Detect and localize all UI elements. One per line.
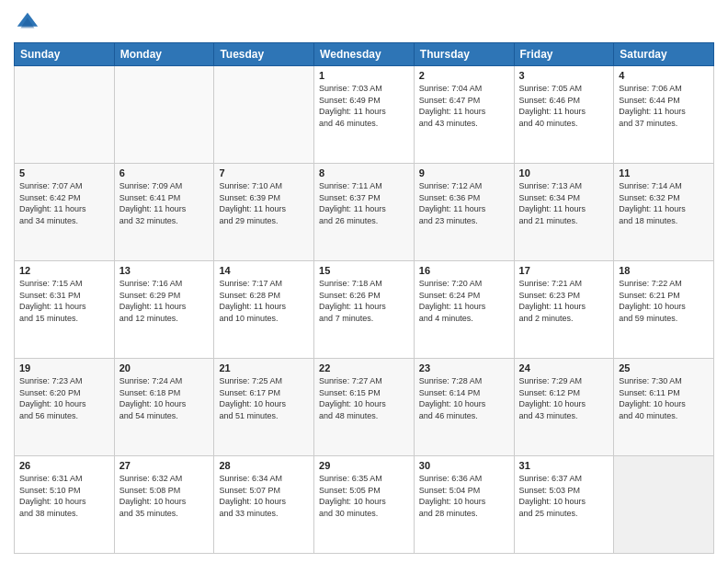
day-number: 25 [619,362,709,373]
day-number: 15 [319,265,409,276]
day-info: Sunrise: 6:35 AM Sunset: 5:05 PM Dayligh… [319,473,409,519]
weekday-header-sunday: Sunday [15,43,115,66]
day-number: 4 [619,70,709,81]
day-number: 24 [519,362,609,373]
logo-icon [14,9,40,35]
calendar-cell: 23Sunrise: 7:28 AM Sunset: 6:14 PM Dayli… [414,359,514,456]
day-number: 1 [319,70,409,81]
day-info: Sunrise: 7:17 AM Sunset: 6:28 PM Dayligh… [219,278,309,324]
day-number: 14 [219,265,309,276]
header [14,9,714,35]
day-number: 30 [419,460,509,471]
day-info: Sunrise: 7:22 AM Sunset: 6:21 PM Dayligh… [619,278,709,324]
calendar-cell: 5Sunrise: 7:07 AM Sunset: 6:42 PM Daylig… [15,164,115,261]
calendar-cell: 20Sunrise: 7:24 AM Sunset: 6:18 PM Dayli… [114,359,214,456]
weekday-header-saturday: Saturday [614,43,714,66]
calendar-cell: 12Sunrise: 7:15 AM Sunset: 6:31 PM Dayli… [15,261,115,359]
day-number: 23 [419,362,509,373]
day-info: Sunrise: 7:11 AM Sunset: 6:37 PM Dayligh… [319,180,409,226]
calendar-cell: 3Sunrise: 7:05 AM Sunset: 6:46 PM Daylig… [514,66,614,164]
day-number: 28 [219,460,309,471]
day-number: 10 [519,167,609,178]
calendar-cell: 15Sunrise: 7:18 AM Sunset: 6:26 PM Dayli… [314,261,415,359]
day-info: Sunrise: 7:27 AM Sunset: 6:15 PM Dayligh… [319,375,409,421]
calendar-week-row: 12Sunrise: 7:15 AM Sunset: 6:31 PM Dayli… [15,261,714,359]
calendar-cell: 10Sunrise: 7:13 AM Sunset: 6:34 PM Dayli… [514,164,614,261]
day-info: Sunrise: 7:28 AM Sunset: 6:14 PM Dayligh… [419,375,509,421]
day-number: 5 [19,167,109,178]
calendar-cell: 17Sunrise: 7:21 AM Sunset: 6:23 PM Dayli… [514,261,614,359]
calendar-cell [214,66,314,164]
day-number: 2 [419,70,509,81]
calendar-cell [15,66,115,164]
day-info: Sunrise: 7:25 AM Sunset: 6:17 PM Dayligh… [219,375,309,421]
day-number: 20 [119,362,210,373]
calendar-cell: 30Sunrise: 6:36 AM Sunset: 5:04 PM Dayli… [414,456,514,554]
day-number: 18 [619,265,709,276]
day-number: 12 [19,265,109,276]
day-number: 7 [219,167,309,178]
day-info: Sunrise: 6:37 AM Sunset: 5:03 PM Dayligh… [519,473,609,519]
calendar-cell: 31Sunrise: 6:37 AM Sunset: 5:03 PM Dayli… [514,456,614,554]
page: SundayMondayTuesdayWednesdayThursdayFrid… [0,0,728,563]
weekday-header-tuesday: Tuesday [214,43,314,66]
calendar-cell: 11Sunrise: 7:14 AM Sunset: 6:32 PM Dayli… [614,164,714,261]
calendar-cell: 2Sunrise: 7:04 AM Sunset: 6:47 PM Daylig… [414,66,514,164]
day-info: Sunrise: 7:09 AM Sunset: 6:41 PM Dayligh… [119,180,210,226]
day-info: Sunrise: 6:32 AM Sunset: 5:08 PM Dayligh… [119,473,210,519]
day-number: 21 [219,362,309,373]
weekday-header-row: SundayMondayTuesdayWednesdayThursdayFrid… [15,43,714,66]
calendar-cell: 6Sunrise: 7:09 AM Sunset: 6:41 PM Daylig… [114,164,214,261]
day-info: Sunrise: 7:15 AM Sunset: 6:31 PM Dayligh… [19,278,109,324]
day-number: 19 [19,362,109,373]
day-info: Sunrise: 7:21 AM Sunset: 6:23 PM Dayligh… [519,278,609,324]
day-info: Sunrise: 7:05 AM Sunset: 6:46 PM Dayligh… [519,83,609,129]
calendar-cell: 28Sunrise: 6:34 AM Sunset: 5:07 PM Dayli… [214,456,314,554]
logo [14,9,43,35]
calendar-cell: 24Sunrise: 7:29 AM Sunset: 6:12 PM Dayli… [514,359,614,456]
calendar-cell: 22Sunrise: 7:27 AM Sunset: 6:15 PM Dayli… [314,359,415,456]
calendar-cell: 7Sunrise: 7:10 AM Sunset: 6:39 PM Daylig… [214,164,314,261]
weekday-header-friday: Friday [514,43,614,66]
calendar-cell: 8Sunrise: 7:11 AM Sunset: 6:37 PM Daylig… [314,164,415,261]
day-info: Sunrise: 7:29 AM Sunset: 6:12 PM Dayligh… [519,375,609,421]
day-number: 29 [319,460,409,471]
calendar-cell [114,66,214,164]
calendar-cell: 18Sunrise: 7:22 AM Sunset: 6:21 PM Dayli… [614,261,714,359]
calendar-table: SundayMondayTuesdayWednesdayThursdayFrid… [14,42,714,554]
calendar-week-row: 26Sunrise: 6:31 AM Sunset: 5:10 PM Dayli… [15,456,714,554]
calendar-cell: 4Sunrise: 7:06 AM Sunset: 6:44 PM Daylig… [614,66,714,164]
calendar-cell: 13Sunrise: 7:16 AM Sunset: 6:29 PM Dayli… [114,261,214,359]
day-info: Sunrise: 7:14 AM Sunset: 6:32 PM Dayligh… [619,180,709,226]
day-number: 8 [319,167,409,178]
calendar-cell: 21Sunrise: 7:25 AM Sunset: 6:17 PM Dayli… [214,359,314,456]
day-number: 13 [119,265,210,276]
day-info: Sunrise: 7:30 AM Sunset: 6:11 PM Dayligh… [619,375,709,421]
day-info: Sunrise: 7:12 AM Sunset: 6:36 PM Dayligh… [419,180,509,226]
day-info: Sunrise: 7:13 AM Sunset: 6:34 PM Dayligh… [519,180,609,226]
calendar-week-row: 5Sunrise: 7:07 AM Sunset: 6:42 PM Daylig… [15,164,714,261]
calendar-week-row: 1Sunrise: 7:03 AM Sunset: 6:49 PM Daylig… [15,66,714,164]
calendar-cell: 26Sunrise: 6:31 AM Sunset: 5:10 PM Dayli… [15,456,115,554]
calendar-cell: 27Sunrise: 6:32 AM Sunset: 5:08 PM Dayli… [114,456,214,554]
day-number: 11 [619,167,709,178]
day-info: Sunrise: 7:24 AM Sunset: 6:18 PM Dayligh… [119,375,210,421]
day-info: Sunrise: 7:16 AM Sunset: 6:29 PM Dayligh… [119,278,210,324]
day-number: 31 [519,460,609,471]
calendar-cell: 9Sunrise: 7:12 AM Sunset: 6:36 PM Daylig… [414,164,514,261]
day-info: Sunrise: 7:04 AM Sunset: 6:47 PM Dayligh… [419,83,509,129]
weekday-header-wednesday: Wednesday [314,43,415,66]
calendar-week-row: 19Sunrise: 7:23 AM Sunset: 6:20 PM Dayli… [15,359,714,456]
day-number: 22 [319,362,409,373]
day-info: Sunrise: 6:36 AM Sunset: 5:04 PM Dayligh… [419,473,509,519]
calendar-cell: 16Sunrise: 7:20 AM Sunset: 6:24 PM Dayli… [414,261,514,359]
day-info: Sunrise: 7:06 AM Sunset: 6:44 PM Dayligh… [619,83,709,129]
day-number: 9 [419,167,509,178]
calendar-cell: 29Sunrise: 6:35 AM Sunset: 5:05 PM Dayli… [314,456,415,554]
day-number: 26 [19,460,109,471]
calendar-cell [614,456,714,554]
calendar-cell: 19Sunrise: 7:23 AM Sunset: 6:20 PM Dayli… [15,359,115,456]
calendar-cell: 14Sunrise: 7:17 AM Sunset: 6:28 PM Dayli… [214,261,314,359]
day-info: Sunrise: 7:10 AM Sunset: 6:39 PM Dayligh… [219,180,309,226]
day-info: Sunrise: 7:23 AM Sunset: 6:20 PM Dayligh… [19,375,109,421]
